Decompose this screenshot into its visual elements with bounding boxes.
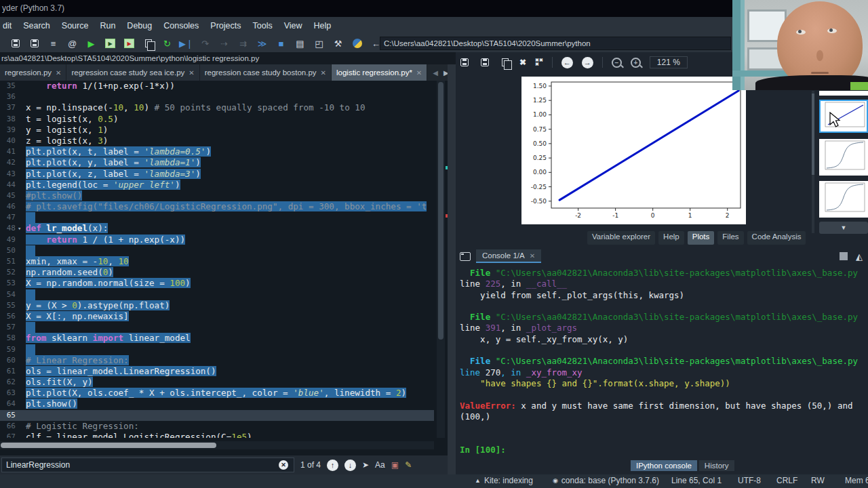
pane-tab-code-analysis[interactable]: Code Analysis [747,231,806,245]
pane-tab-plots[interactable]: Plots [688,231,715,245]
code-line-45[interactable]: 45#plt.show() [0,190,434,201]
run-cell-advance-icon[interactable]: ▶ [123,38,135,49]
tab-close-icon[interactable]: ✕ [416,69,422,77]
menu-item-search[interactable]: Search [23,21,50,30]
code-line-40[interactable]: 40z = logist(x, 3) [0,136,434,146]
pane-tab-help[interactable]: Help [658,231,684,245]
pane-tab-variable-explorer[interactable]: Variable explorer [587,231,655,245]
working-directory-input[interactable]: C:\Users\aa042821\Desktop\STA5104\2020Su… [380,37,731,50]
console-tab-ipython-console[interactable]: IPython console [631,460,697,471]
code-line-47[interactable]: 47 [0,212,434,223]
code-line-63[interactable]: 63plt.plot(X, ols.coef_ * X + ols.interc… [0,388,434,399]
menu-item-view[interactable]: View [284,21,302,30]
save-all-icon[interactable] [28,38,40,49]
editor-tab[interactable]: regression case study boston.py✕ [200,64,332,81]
menu-item-projects[interactable]: Projects [210,21,241,30]
code-line-67[interactable]: 67clf = linear_model.LogisticRegression(… [0,432,434,438]
code-line-56[interactable]: 56X = X[:, np.newaxis] [0,311,434,322]
code-line-52[interactable]: 52np.random.seed(0) [0,267,434,278]
plot-save-icon[interactable] [458,57,470,68]
code-line-39[interactable]: 39y = logist(x, 1) [0,125,434,136]
vertical-splitter[interactable] [448,64,456,474]
plot-save-all-icon[interactable] [479,57,490,68]
code-line-41[interactable]: 41plt.plot(x, t, label = 'lambda=0.5') [0,146,434,157]
python-env-icon[interactable] [351,38,363,49]
debug-step-in-icon[interactable]: ⇢ [218,38,230,49]
code-line-59[interactable]: 59 [0,344,434,355]
debug-file-icon[interactable]: ▶❘ [180,38,192,49]
code-line-53[interactable]: 53X = np.random.normal(size = 100) [0,278,434,289]
menu-item-run[interactable]: Run [100,21,115,30]
file-switcher-icon[interactable]: ≡ [47,38,59,49]
run-cell-icon[interactable]: ▶ [104,38,116,49]
case-sensitive-toggle[interactable]: Aa [375,460,385,470]
code-line-38[interactable]: 38t = logist(x, 0.5) [0,114,434,125]
menu-item-dit[interactable]: dit [3,21,12,30]
previous-plot-icon[interactable]: ← [561,57,573,68]
tabs-scroll-left-icon[interactable]: ◀ [433,69,438,77]
editor-tab[interactable]: regression.py✕ [0,64,66,81]
plot-close-icon[interactable]: ✖ [519,58,526,67]
search-input[interactable]: LinearRegression ✕ [1,458,294,472]
console-options-icon[interactable]: ◭ [856,251,863,262]
code-line-60[interactable]: 60# Linear Regression: [0,355,434,366]
code-line-66[interactable]: 66# Logistic Regression: [0,421,434,432]
editor-horizontal-scrollbar[interactable] [0,441,434,449]
pin-search-icon[interactable]: ➤ [362,460,369,470]
code-line-49[interactable]: 49 return 1 / (1 + np.exp(-x)) [0,235,434,245]
console-window-icon[interactable] [460,252,471,261]
code-line-35[interactable]: 35 return 1/(1+np.exp(-1*x)) [0,81,434,92]
menu-item-tools[interactable]: Tools [252,21,272,30]
code-line-50[interactable]: 50 [0,245,434,256]
plot-close-all-icon[interactable]: ✖✖✖ [535,58,543,66]
code-line-37[interactable]: 37x = np.linspace(-10, 10) # 50 points e… [0,102,434,113]
code-line-65[interactable]: 65 [0,410,434,421]
menu-item-debug[interactable]: Debug [127,21,152,30]
rerun-cell-icon[interactable] [142,38,154,49]
code-line-48[interactable]: 48▾def lr_model(x): [0,223,434,234]
menu-item-help[interactable]: Help [314,21,332,30]
tab-close-icon[interactable]: ✕ [189,69,194,77]
save-file-icon[interactable] [9,38,21,49]
zoom-out-icon[interactable]: − [612,58,622,68]
plot-thumbnail-sigmoid-1[interactable] [819,139,868,176]
editor-vertical-scrollbar[interactable] [437,81,445,438]
console-tab[interactable]: Console 1/A ✕ [476,249,541,263]
console-tab-close-icon[interactable]: ✕ [530,252,535,260]
code-line-36[interactable]: 36 [0,92,434,102]
tab-close-icon[interactable]: ✕ [321,69,326,77]
editor-tab[interactable]: logistic regression.py*✕ [332,64,427,81]
plot-thumbnail-sigmoid-2[interactable] [819,181,868,218]
debug-continue-icon[interactable]: ≫ [256,38,268,49]
maximize-pane-icon[interactable]: ◰ [313,38,325,49]
stop-debug-icon[interactable]: ■ [275,38,287,49]
thumbnails-scroll-down-button[interactable]: ▼ [819,222,868,234]
code-line-46[interactable]: 46# plt.savefig("files/ch06/LogisticRegr… [0,201,434,212]
code-line-58[interactable]: 58from sklearn import linear_model [0,333,434,344]
thumbnails-scrollbar[interactable] [812,91,814,233]
console-tab-history[interactable]: History [699,460,734,471]
console-output[interactable]: File "C:\Users\aa042821\Anaconda3\lib\si… [460,268,867,462]
tab-close-icon[interactable]: ✕ [56,69,61,77]
code-line-57[interactable]: 57 [0,322,434,333]
code-line-42[interactable]: 42plt.plot(x, y, label = 'lambda=1') [0,157,434,168]
at-symbol-icon[interactable]: @ [66,38,78,49]
code-line-44[interactable]: 44plt.legend(loc = 'upper left') [0,180,434,190]
code-line-54[interactable]: 54 [0,289,434,300]
next-plot-icon[interactable]: → [582,57,593,68]
code-line-62[interactable]: 62ols.fit(X, y) [0,377,434,388]
whole-words-icon[interactable]: ▣ [391,460,399,470]
menu-item-source[interactable]: Source [62,21,89,30]
zoom-in-icon[interactable]: + [631,58,641,68]
replace-icon[interactable]: ✎ [405,460,412,470]
code-line-55[interactable]: 55y = (X > 0).astype(np.float) [0,300,434,311]
code-line-43[interactable]: 43plt.plot(x, z, label = 'lambda=3') [0,169,434,180]
plot-thumbnail-selected[interactable] [819,100,868,133]
plot-thumbnail-partial[interactable] [819,91,868,96]
run-file-icon[interactable]: ▶ [85,38,97,49]
code-area[interactable]: 35 return 1/(1+np.exp(-1*x))3637x = np.l… [0,81,434,438]
plot-copy-icon[interactable] [499,57,511,68]
code-line-51[interactable]: 51xmin, xmax = -10, 10 [0,256,434,267]
code-line-61[interactable]: 61ols = linear_model.LinearRegression() [0,366,434,377]
pane-tab-files[interactable]: Files [717,231,743,245]
